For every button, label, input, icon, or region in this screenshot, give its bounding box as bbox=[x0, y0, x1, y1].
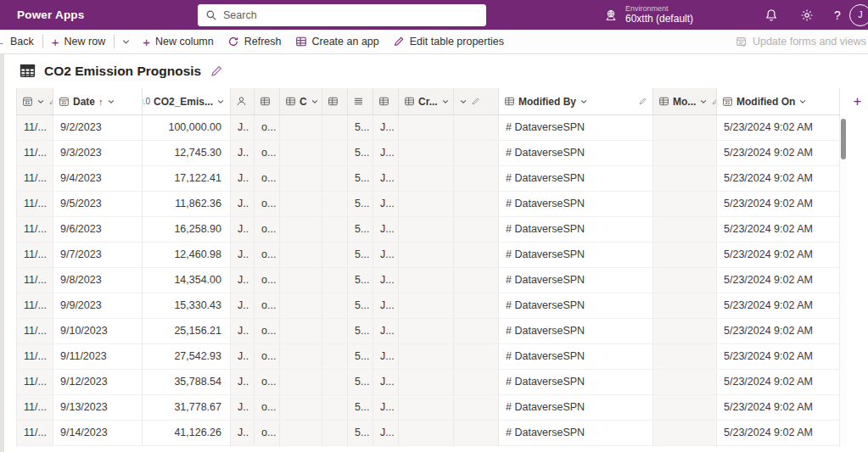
cell-col-mo[interactable] bbox=[653, 166, 717, 192]
cell-co2-emission[interactable]: 12,745.30 bbox=[143, 141, 231, 166]
cell-modified-on[interactable]: 5/23/2024 9:02 AM bbox=[717, 421, 840, 446]
cell-created-date[interactable]: 11/... bbox=[16, 141, 53, 166]
cell-owner[interactable]: J.. bbox=[231, 141, 255, 166]
cell-col-11[interactable] bbox=[454, 344, 499, 370]
cell-col-11[interactable] bbox=[454, 370, 499, 395]
add-column-button[interactable]: + bbox=[847, 88, 868, 114]
cell-co2-emission[interactable]: 11,862.36 bbox=[143, 192, 231, 217]
search-input[interactable] bbox=[223, 9, 479, 21]
cell-col-mo[interactable] bbox=[653, 344, 717, 370]
cell-created-date[interactable]: 11/... bbox=[16, 344, 53, 370]
cell-co2-emission[interactable]: 35,788.54 bbox=[143, 370, 231, 395]
cell-modified-on[interactable]: 5/23/2024 9:02 AM bbox=[717, 268, 840, 293]
cell-col-c[interactable] bbox=[280, 115, 322, 141]
cell-col-cr[interactable] bbox=[399, 166, 454, 192]
cell-owner[interactable]: J.. bbox=[231, 344, 255, 370]
cell-col-8[interactable]: 5... bbox=[348, 192, 373, 217]
cell-date[interactable]: 9/2/2023 bbox=[53, 115, 143, 141]
cell-created-date[interactable]: 11/... bbox=[16, 115, 53, 141]
edit-table-properties-button[interactable]: Edit table properties bbox=[386, 30, 511, 53]
cell-col-11[interactable] bbox=[454, 192, 499, 217]
cell-owner[interactable]: J.. bbox=[231, 166, 255, 192]
cell-co2-emission[interactable]: 100,000.00 bbox=[143, 115, 231, 141]
cell-col-11[interactable] bbox=[454, 268, 499, 293]
new-row-button[interactable]: + New row bbox=[45, 30, 112, 53]
cell-modified-by[interactable]: # DataverseSPN bbox=[499, 141, 653, 166]
cell-modified-by[interactable]: # DataverseSPN bbox=[499, 243, 653, 268]
vertical-scrollbar[interactable] bbox=[840, 114, 847, 445]
cell-col-7[interactable] bbox=[322, 293, 348, 319]
cell-owner[interactable]: J.. bbox=[231, 192, 255, 217]
app-title[interactable]: Power Apps bbox=[17, 0, 85, 30]
cell-modified-on[interactable]: 5/23/2024 9:02 AM bbox=[717, 166, 840, 192]
cell-col-8[interactable]: 5... bbox=[348, 217, 373, 243]
global-search[interactable] bbox=[198, 4, 486, 26]
cell-col-11[interactable] bbox=[454, 115, 499, 141]
cell-col-8[interactable]: 5... bbox=[348, 395, 373, 421]
cell-col-mo[interactable] bbox=[653, 192, 717, 217]
cell-date[interactable]: 9/4/2023 bbox=[53, 166, 143, 192]
cell-col-9[interactable]: J... bbox=[373, 192, 399, 217]
cell-created-date[interactable]: 11/... bbox=[16, 243, 53, 268]
cell-created-date[interactable]: 11/... bbox=[16, 293, 53, 319]
cell-col-9[interactable]: J... bbox=[373, 344, 399, 370]
cell-col-9[interactable]: J... bbox=[373, 319, 399, 344]
cell-owner[interactable]: J.. bbox=[231, 319, 255, 344]
cell-date[interactable]: 9/8/2023 bbox=[53, 268, 143, 293]
cell-created-date[interactable]: 11/... bbox=[16, 421, 53, 446]
cell-col-cr[interactable] bbox=[399, 370, 454, 395]
cell-created-date[interactable]: 11/... bbox=[16, 319, 53, 344]
create-an-app-button[interactable]: Create an app bbox=[288, 30, 386, 53]
column-header-col-7[interactable] bbox=[322, 88, 348, 114]
help-button[interactable]: ? bbox=[828, 0, 847, 30]
cell-modified-on[interactable]: 5/23/2024 9:02 AM bbox=[717, 141, 840, 166]
cell-col-11[interactable] bbox=[454, 217, 499, 243]
cell-modified-by[interactable]: # DataverseSPN bbox=[499, 344, 653, 370]
column-header-col-11[interactable] bbox=[454, 88, 499, 114]
cell-col-7[interactable] bbox=[322, 243, 348, 268]
cell-col-mo[interactable] bbox=[653, 421, 717, 446]
cell-col-11[interactable] bbox=[454, 395, 499, 421]
cell-col-7[interactable] bbox=[322, 344, 348, 370]
cell-col-mo[interactable] bbox=[653, 293, 717, 319]
cell-created-date[interactable]: 11/... bbox=[16, 217, 53, 243]
cell-col-c[interactable] bbox=[280, 370, 322, 395]
cell-col-cr[interactable] bbox=[399, 319, 454, 344]
notifications-button[interactable] bbox=[762, 0, 781, 30]
cell-modified-by[interactable]: # DataverseSPN bbox=[499, 268, 653, 293]
cell-col-mo[interactable] bbox=[653, 319, 717, 344]
cell-date[interactable]: 9/5/2023 bbox=[53, 192, 143, 217]
cell-date[interactable]: 9/3/2023 bbox=[53, 141, 143, 166]
column-header-created-date[interactable]: 21 bbox=[16, 88, 53, 114]
cell-col-c[interactable] bbox=[280, 243, 322, 268]
cell-modified-on[interactable]: 5/23/2024 9:02 AM bbox=[717, 192, 840, 217]
cell-modified-by[interactable]: # DataverseSPN bbox=[499, 370, 653, 395]
cell-co2-emission[interactable]: 41,126.26 bbox=[143, 421, 231, 446]
cell-col-9[interactable]: J... bbox=[373, 115, 399, 141]
cell-col-8[interactable]: 5... bbox=[348, 115, 373, 141]
cell-col-c[interactable] bbox=[280, 319, 322, 344]
cell-modified-on[interactable]: 5/23/2024 9:02 AM bbox=[717, 293, 840, 319]
cell-col-7[interactable] bbox=[322, 217, 348, 243]
cell-owner[interactable]: J.. bbox=[231, 217, 255, 243]
cell-col-5[interactable]: o... bbox=[255, 243, 280, 268]
cell-col-8[interactable]: 5... bbox=[348, 293, 373, 319]
cell-col-c[interactable] bbox=[280, 141, 322, 166]
cell-col-8[interactable]: 5... bbox=[348, 166, 373, 192]
cell-owner[interactable]: J.. bbox=[231, 421, 255, 446]
cell-modified-on[interactable]: 5/23/2024 9:02 AM bbox=[717, 344, 840, 370]
cell-col-8[interactable]: 5... bbox=[348, 421, 373, 446]
cell-modified-by[interactable]: # DataverseSPN bbox=[499, 166, 653, 192]
cell-date[interactable]: 9/10/2023 bbox=[53, 319, 143, 344]
cell-owner[interactable]: J.. bbox=[231, 395, 255, 421]
cell-col-11[interactable] bbox=[454, 319, 499, 344]
cell-col-8[interactable]: 5... bbox=[348, 243, 373, 268]
column-header-modified-by[interactable]: Modified By bbox=[499, 88, 653, 114]
cell-col-11[interactable] bbox=[454, 243, 499, 268]
cell-col-c[interactable] bbox=[280, 192, 322, 217]
cell-col-mo[interactable] bbox=[653, 115, 717, 141]
cell-col-cr[interactable] bbox=[399, 293, 454, 319]
cell-col-c[interactable] bbox=[280, 395, 322, 421]
cell-date[interactable]: 9/9/2023 bbox=[53, 293, 143, 319]
cell-co2-emission[interactable]: 25,156.21 bbox=[143, 319, 231, 344]
